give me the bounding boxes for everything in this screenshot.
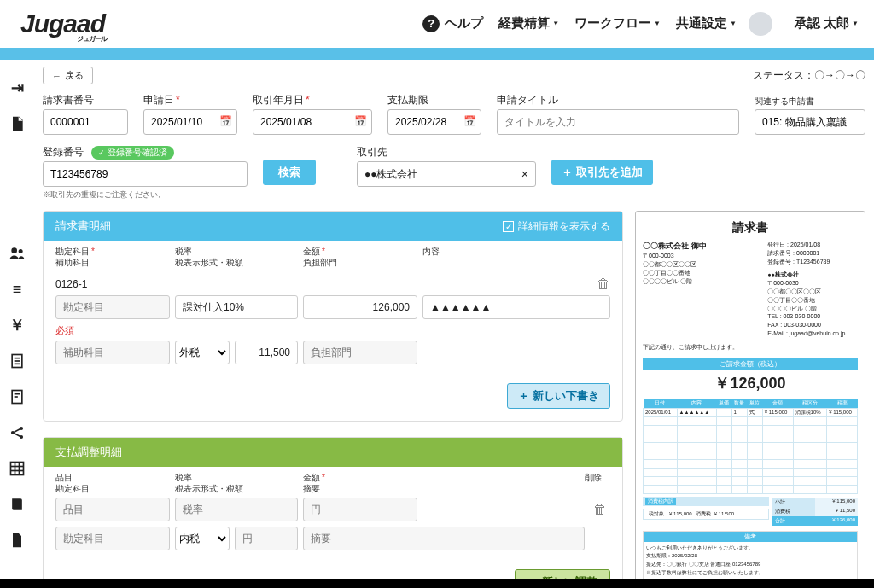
dept-input[interactable] bbox=[303, 341, 417, 364]
rail-report-icon[interactable] bbox=[8, 387, 26, 406]
adj-tax-input[interactable] bbox=[175, 498, 298, 521]
svg-rect-12 bbox=[11, 463, 24, 475]
pv-meta: 登録番号 : bbox=[767, 259, 795, 265]
bottom-bar bbox=[0, 579, 874, 588]
nav-shared[interactable]: 共通設定 bbox=[676, 15, 737, 32]
nav-user[interactable]: 承認 太郎 bbox=[795, 15, 859, 32]
col2-taxmode: 税表示形式・税額 bbox=[175, 484, 243, 493]
pv-meta: 請求番号 : bbox=[767, 250, 795, 256]
rail-file-icon[interactable] bbox=[8, 531, 26, 550]
pv-meta: 2025/01/08 bbox=[790, 242, 820, 247]
delete-row-icon[interactable]: 🗑 bbox=[597, 277, 610, 292]
reg-no-label-text: 登録番号 bbox=[43, 146, 84, 158]
due-date-label: 支払期限 bbox=[387, 93, 481, 108]
adj-summary-input[interactable] bbox=[303, 527, 585, 550]
col-amount: 金額 bbox=[303, 247, 325, 256]
pv-meta: 0000001 bbox=[796, 250, 819, 256]
rail-users-icon[interactable] bbox=[8, 244, 26, 263]
show-detail-label: 詳細情報を表示する bbox=[518, 219, 610, 234]
pv-title: 請求書 bbox=[643, 220, 858, 236]
col2-item: 品目 bbox=[55, 473, 73, 482]
adj-amount-input[interactable] bbox=[303, 498, 417, 521]
pv-addr: 〒000-0003 bbox=[643, 252, 761, 260]
pv-to: 〇〇株式会社 御中 bbox=[643, 241, 761, 252]
rail-grid-icon[interactable] bbox=[8, 459, 26, 478]
supplier-input[interactable]: ●●株式会社 × bbox=[357, 161, 536, 187]
col-sub: 補助科目 bbox=[55, 258, 90, 267]
adj-tax-amount-input[interactable] bbox=[235, 527, 298, 550]
pv-addr: 〇〇都〇〇区〇〇区 bbox=[643, 260, 761, 269]
invoice-preview: 請求書 〇〇株式会社 御中 〒000-0003 〇〇都〇〇区〇〇区 〇〇丁目〇〇… bbox=[635, 211, 865, 579]
nav-workflow[interactable]: ワークフロー bbox=[574, 15, 661, 32]
nav-help[interactable]: ? ヘルプ bbox=[422, 15, 483, 32]
reg-confirmed-badge: 登録番号確認済 bbox=[91, 146, 174, 160]
required-text: 必須 bbox=[44, 324, 622, 341]
rail-list-icon[interactable]: ≡ bbox=[8, 280, 26, 299]
add-draft-button[interactable]: ＋ 新しい下書き bbox=[507, 383, 610, 409]
title-input[interactable] bbox=[497, 109, 739, 135]
top-navbar: Jugaad ジュガール ? ヘルプ 経費精算 ワークフロー 共通設定 承認 太… bbox=[0, 0, 874, 48]
rail-share-icon[interactable] bbox=[8, 423, 26, 442]
col2-tax: 税率 bbox=[175, 473, 192, 482]
pv-from-tel: TEL : 003-030-0000 bbox=[767, 312, 858, 321]
brand-sub: ジュガール bbox=[77, 34, 107, 44]
rail-collapse-icon[interactable]: ⇥ bbox=[8, 79, 26, 97]
status-indicator: ステータス：〇→〇→〇 bbox=[753, 68, 865, 83]
apply-date-input[interactable] bbox=[143, 109, 237, 135]
adj-account-input[interactable] bbox=[55, 527, 170, 550]
due-date-input[interactable] bbox=[387, 109, 481, 135]
search-button[interactable]: 検索 bbox=[263, 160, 316, 185]
nav-workflow-label: ワークフロー bbox=[574, 15, 651, 32]
tax-rate-input[interactable] bbox=[175, 295, 298, 319]
back-button[interactable]: 戻る bbox=[43, 67, 93, 84]
related-input[interactable] bbox=[755, 109, 865, 135]
adjust-panel-title: 支払調整明細 bbox=[55, 445, 122, 460]
col-taxmode: 税表示形式・税額 bbox=[175, 258, 243, 267]
help-icon: ? bbox=[422, 15, 440, 32]
add-adjust-button[interactable]: ＋ 新しい調整 bbox=[515, 569, 610, 579]
col-dept: 負担部門 bbox=[303, 258, 337, 267]
rail-yen-icon[interactable]: ￥ bbox=[8, 316, 26, 335]
rail-book-icon[interactable] bbox=[8, 495, 26, 514]
show-detail-toggle[interactable]: ✓詳細情報を表示する bbox=[503, 219, 610, 234]
reg-no-input[interactable] bbox=[43, 161, 248, 187]
col-content: 内容 bbox=[422, 247, 440, 256]
rail-doc-icon[interactable] bbox=[8, 114, 26, 133]
svg-point-0 bbox=[11, 247, 17, 253]
content-input[interactable] bbox=[422, 295, 610, 319]
pv-from-addr: 〇〇〇〇ビル 〇階 bbox=[767, 305, 858, 313]
amount-input[interactable] bbox=[303, 295, 417, 319]
clear-icon[interactable]: × bbox=[521, 167, 528, 181]
pv-lead: 下記の通り、ご請求申し上げます。 bbox=[643, 343, 858, 352]
col2-account: 勘定科目 bbox=[55, 484, 90, 493]
adj-tax-mode-select[interactable]: 内税 bbox=[175, 527, 230, 550]
pv-meta: T123456789 bbox=[796, 259, 830, 265]
pv-addr: 〇〇丁目〇〇番地 bbox=[643, 269, 761, 277]
add-supplier-button[interactable]: ＋ 取引先を追加 bbox=[551, 160, 653, 185]
pv-taxrow: 税対象¥ 115,000 消費税¥ 11,500 bbox=[643, 509, 769, 520]
title-label: 申請タイトル bbox=[497, 93, 739, 108]
pv-meta: 発行日 : bbox=[767, 242, 789, 247]
adj-delete-icon[interactable]: 🗑 bbox=[590, 502, 610, 517]
tax-amount-input[interactable] bbox=[235, 341, 298, 364]
invoice-detail-panel: 請求書明細 ✓詳細情報を表示する 勘定科目補助科目 税率税表示形式・税額 金額負… bbox=[43, 211, 623, 422]
trade-date-input[interactable] bbox=[253, 109, 372, 135]
related-label: 関連する申請書 bbox=[755, 96, 865, 108]
invoice-no-input[interactable] bbox=[43, 109, 128, 135]
nav-expense[interactable]: 経費精算 bbox=[498, 15, 559, 32]
account-input[interactable] bbox=[55, 295, 170, 319]
tax-mode-select[interactable]: 外税 bbox=[175, 341, 230, 364]
supplier-label: 取引先 bbox=[357, 145, 536, 160]
col2-delete: 削除 bbox=[585, 473, 602, 482]
col-account: 勘定科目 bbox=[55, 247, 95, 256]
pv-taxbar: 消費税内訳 bbox=[643, 497, 769, 506]
nav-help-label: ヘルプ bbox=[445, 15, 483, 32]
adjust-panel: 支払調整明細 品目勘定科目 税率税表示形式・税額 金額摘要 削除 bbox=[43, 437, 623, 579]
left-rail: ⇥ ≡ ￥ bbox=[0, 60, 34, 579]
col2-amount: 金額 bbox=[303, 473, 325, 482]
col2-summary: 摘要 bbox=[303, 484, 320, 493]
avatar[interactable] bbox=[749, 12, 772, 36]
rail-page-icon[interactable] bbox=[8, 352, 26, 370]
subaccount-input[interactable] bbox=[55, 341, 170, 364]
adj-item-input[interactable] bbox=[55, 498, 170, 521]
